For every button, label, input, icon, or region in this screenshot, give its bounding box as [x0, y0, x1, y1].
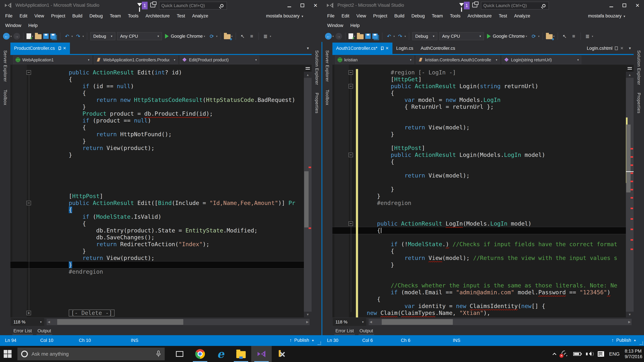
scrollbar-thumb[interactable] — [382, 319, 453, 325]
vertical-scrollbar[interactable]: ▲ ▼ — [304, 65, 312, 318]
find-in-files-icon[interactable] — [546, 34, 552, 39]
split-editor-handle[interactable] — [626, 65, 634, 72]
undo-icon[interactable]: ↶ — [64, 33, 71, 39]
redo-icon[interactable]: ↷ — [74, 33, 82, 39]
taskbar-chrome[interactable] — [190, 346, 210, 362]
resize-grip[interactable] — [640, 342, 643, 345]
redo-dropdown-icon[interactable]: ▾ — [82, 35, 84, 38]
undo-dropdown-icon[interactable]: ▾ — [72, 35, 73, 38]
navigate-back-icon[interactable]: ← — [325, 33, 332, 39]
panel-tab-error-list[interactable]: Error List — [14, 328, 32, 334]
account-menu[interactable]: mostafa bouzary — [588, 13, 625, 18]
resize-grip[interactable] — [318, 342, 321, 345]
scroll-down-icon[interactable]: ▼ — [304, 312, 312, 318]
task-view-button[interactable] — [170, 346, 190, 362]
scroll-right-icon[interactable]: ▶ — [305, 319, 310, 325]
toolbox-tab[interactable]: Toolbox — [3, 90, 8, 105]
cortana-search-input[interactable]: Ask me anything — [18, 348, 165, 360]
microphone-icon[interactable] — [156, 351, 161, 358]
scrollbar-thumb[interactable] — [626, 124, 630, 192]
scrollbar-thumb[interactable] — [304, 171, 308, 227]
menu-item-architecture[interactable]: Architecture — [464, 13, 495, 18]
quick-launch-input[interactable]: Quick Launch (Ctrl+Q) — [481, 2, 549, 9]
server-explorer-tab[interactable]: Server Explorer — [325, 50, 330, 82]
solution-explorer-tab[interactable]: Solution Explorer — [636, 50, 641, 85]
feedback-count-badge[interactable]: 1 — [464, 2, 470, 9]
start-button[interactable] — [4, 350, 12, 358]
chevron-down-icon[interactable]: ▾ — [592, 35, 593, 38]
comment-lines-icon[interactable]: ≡ — [570, 33, 578, 39]
refresh-dropdown-icon[interactable]: ▾ — [538, 35, 540, 38]
menu-item-window[interactable]: Window — [2, 23, 25, 28]
navigate-back-icon[interactable]: ← — [3, 33, 10, 39]
menu-item-file[interactable]: File — [2, 13, 16, 18]
collapse-region-icon[interactable]: − — [348, 153, 353, 157]
menu-item-debug[interactable]: Debug — [86, 13, 106, 18]
panel-tab-error-list[interactable]: Error List — [336, 328, 354, 334]
publish-button[interactable]: ↑ Publish ▲ — [612, 338, 636, 343]
solution-configuration-select[interactable]: Debug▾ — [90, 32, 116, 40]
send-feedback-icon[interactable] — [150, 3, 155, 7]
find-dropdown-icon[interactable]: ▾ — [231, 35, 232, 38]
editor-zoom-select[interactable]: 118 %▾ — [11, 318, 44, 326]
back-dropdown-icon[interactable]: ▾ — [10, 35, 12, 38]
preview-document-tab[interactable]: LogIn.cshtml✕ — [584, 46, 626, 51]
tab-list-chevron-icon[interactable]: ▼ — [304, 46, 312, 50]
horizontal-scrollbar[interactable]: ◀ ▶ — [368, 319, 632, 325]
refresh-dropdown-icon[interactable]: ▾ — [216, 35, 218, 38]
document-tab[interactable]: AuthController.cs — [417, 42, 459, 54]
quick-launch-input[interactable]: Quick Launch (Ctrl+Q) — [159, 2, 227, 9]
indent-lines-icon[interactable]: ≣ — [262, 33, 269, 39]
pin-icon[interactable] — [380, 46, 383, 50]
menu-item-view[interactable]: View — [353, 13, 370, 18]
new-project-icon[interactable] — [348, 33, 353, 39]
menu-item-test[interactable]: Test — [173, 13, 189, 18]
send-feedback-icon[interactable] — [472, 3, 477, 7]
cursor-select-icon[interactable]: ↖ — [561, 33, 568, 39]
scroll-down-icon[interactable]: ▼ — [626, 312, 634, 318]
menu-item-project[interactable]: Project — [370, 13, 391, 18]
publish-button[interactable]: ↑ Publish ▲ — [290, 338, 314, 343]
panel-tab-output[interactable]: Output — [360, 328, 373, 334]
minimize-button[interactable] — [283, 0, 296, 11]
horizontal-scrollbar[interactable]: ◀ ▶ — [46, 319, 310, 325]
battery-icon[interactable] — [573, 352, 581, 356]
breadcrumb-project[interactable]: WebApplication1 ▾ — [13, 56, 92, 64]
taskbar-file-explorer[interactable] — [231, 346, 251, 362]
comment-lines-icon[interactable]: ≡ — [248, 33, 256, 39]
action-center-icon[interactable] — [598, 351, 604, 357]
language-indicator[interactable]: ENG — [609, 351, 620, 357]
code-editor[interactable]: − #region [- LogIn -] [HttpGet]− public … — [332, 65, 634, 318]
menu-item-file[interactable]: File — [324, 13, 338, 18]
tray-expand-chevron-icon[interactable] — [552, 353, 556, 357]
navigate-forward-icon[interactable]: → — [336, 33, 342, 39]
feedback-count-badge[interactable]: 1 — [142, 2, 148, 9]
network-disconnected-icon[interactable]: ✕ — [561, 351, 568, 357]
chevron-down-icon[interactable]: ▾ — [270, 35, 271, 38]
menu-item-test[interactable]: Test — [495, 13, 511, 18]
menu-item-edit[interactable]: Edit — [16, 13, 31, 18]
account-menu[interactable]: mostafa bouzary — [266, 13, 303, 18]
solution-platform-select[interactable]: Any CPU▾ — [117, 32, 162, 40]
close-tab-icon[interactable]: ✕ — [620, 46, 624, 51]
restore-button[interactable] — [296, 0, 309, 11]
minimize-button[interactable] — [605, 0, 618, 11]
taskbar-edge[interactable]: e — [210, 346, 231, 362]
feedback-funnel-icon[interactable] — [137, 3, 142, 6]
collapsed-region[interactable]: [- Delete -] — [69, 310, 115, 317]
indent-lines-icon[interactable]: ≣ — [584, 33, 591, 39]
menu-item-build[interactable]: Build — [69, 13, 86, 18]
menu-item-architecture[interactable]: Architecture — [142, 13, 173, 18]
properties-tab[interactable]: Properties — [314, 93, 319, 113]
menu-item-team[interactable]: Team — [428, 13, 446, 18]
refresh-icon[interactable]: ⟳ — [530, 33, 538, 39]
clock[interactable]: 8:13 PM 9/7/2016 — [625, 349, 642, 360]
undo-icon[interactable]: ↶ — [386, 33, 393, 39]
volume-icon[interactable] — [586, 351, 593, 357]
save-all-icon[interactable] — [372, 33, 378, 39]
close-button[interactable]: ✕ — [309, 0, 322, 11]
menu-item-tools[interactable]: Tools — [446, 13, 464, 18]
menu-item-edit[interactable]: Edit — [338, 13, 353, 18]
new-project-icon[interactable] — [26, 33, 31, 39]
collapse-region-icon[interactable]: − — [348, 221, 353, 226]
